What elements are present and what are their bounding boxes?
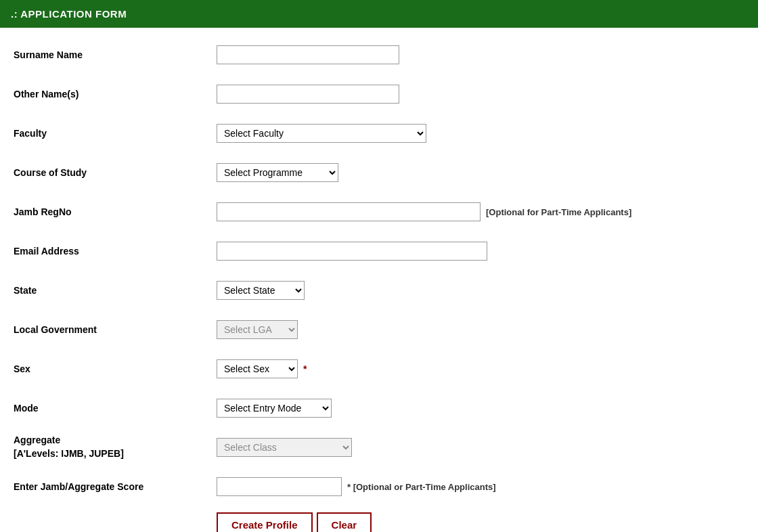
state-control: Select State [217,281,738,300]
surname-input[interactable] [217,45,399,64]
other-names-row: Other Name(s) [14,81,738,108]
surname-control [217,45,738,64]
clear-button[interactable]: Clear [317,512,372,532]
class-select[interactable]: Select Class [217,438,352,457]
other-names-control [217,85,738,104]
jamb-input[interactable] [217,202,481,221]
jamb-score-control: * [Optional or Part-Time Applicants] [217,477,738,496]
course-control: Select Programme [217,163,738,182]
mode-label: Mode [14,403,217,414]
jamb-label: Jamb RegNo [14,206,217,217]
buttons-row: Create Profile Clear [14,512,738,532]
sex-required-star: * [303,363,307,374]
course-row: Course of Study Select Programme [14,159,738,186]
sex-row: Sex Select Sex * [14,355,738,382]
other-names-label: Other Name(s) [14,89,217,99]
jamb-score-label: Enter Jamb/Aggregate Score [14,481,217,492]
sex-control: Select Sex * [217,359,738,378]
email-label: Email Address [14,246,217,257]
faculty-select[interactable]: Select Faculty [217,124,426,143]
jamb-score-input[interactable] [217,477,342,496]
course-label: Course of Study [14,167,217,178]
lga-row: Local Government Select LGA [14,316,738,343]
mode-select[interactable]: Select Entry Mode [217,399,332,418]
aggregate-label: Aggregate [A'Levels: IJMB, JUPEB] [14,434,217,460]
sex-select[interactable]: Select Sex [217,359,298,378]
faculty-control: Select Faculty [217,124,738,143]
jamb-optional-text: [Optional for Part-Time Applicants] [486,207,631,217]
surname-label: Surname Name [14,49,217,60]
jamb-score-row: Enter Jamb/Aggregate Score * [Optional o… [14,473,738,500]
state-row: State Select State [14,277,738,304]
create-profile-button[interactable]: Create Profile [217,512,313,532]
faculty-label: Faculty [14,128,217,139]
email-row: Email Address [14,238,738,265]
page-wrapper: .: APPLICATION FORM Surname Name Other N… [0,0,758,532]
jamb-control: [Optional for Part-Time Applicants] [217,202,738,221]
jamb-row: Jamb RegNo [Optional for Part-Time Appli… [14,198,738,225]
mode-control: Select Entry Mode [217,399,738,418]
programme-select[interactable]: Select Programme [217,163,338,182]
sex-label: Sex [14,363,217,374]
mode-row: Mode Select Entry Mode [14,395,738,422]
lga-control: Select LGA [217,320,738,339]
aggregate-control: Select Class [217,438,738,457]
email-control [217,242,738,261]
form-header: .: APPLICATION FORM [0,0,758,28]
state-select[interactable]: Select State [217,281,305,300]
aggregate-row: Aggregate [A'Levels: IJMB, JUPEB] Select… [14,434,738,461]
form-container: Surname Name Other Name(s) Faculty Selec… [0,28,758,532]
lga-label: Local Government [14,324,217,335]
email-input[interactable] [217,242,487,261]
lga-select[interactable]: Select LGA [217,320,298,339]
surname-row: Surname Name [14,41,738,68]
jamb-score-optional-text: * [Optional or Part-Time Applicants] [347,482,496,492]
faculty-row: Faculty Select Faculty [14,120,738,147]
other-names-input[interactable] [217,85,399,104]
header-title: .: APPLICATION FORM [11,8,127,20]
state-label: State [14,285,217,296]
